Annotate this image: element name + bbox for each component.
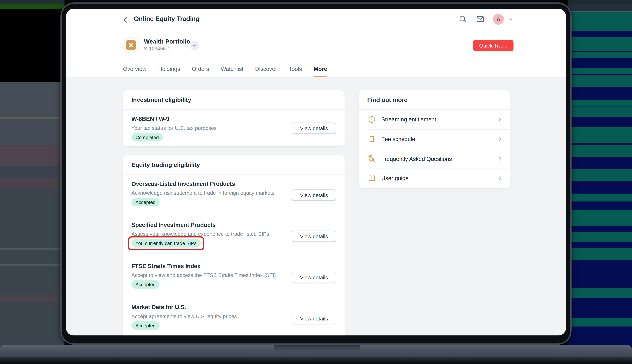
row-title: Overseas-Listed Investment Products [131,180,235,187]
background-right-app [568,0,632,364]
bank-logo [123,37,139,53]
find-out-more-item-user-guide[interactable]: User guide [359,168,510,188]
find-out-more-item-fee-schedule[interactable]: Fee schedule [359,129,510,149]
row-title: W-8BEN / W-9 [131,116,169,122]
chevron-right-icon [496,116,504,123]
search-icon[interactable] [458,14,468,24]
card-title: Equity trading eligibility [123,155,345,174]
tab-overview[interactable]: Overview [123,61,146,76]
chevron-right-icon [496,175,504,182]
view-details-button[interactable]: View details [292,190,336,201]
item-label: Frequently Asked Questions [381,156,452,162]
status-badge: Accepted [131,280,160,289]
page-content: Investment eligibility W-8BEN / W-9 Your… [66,77,566,336]
tab-orders[interactable]: Orders [192,61,209,76]
row-description: Accept agreements to view U.S. equity pr… [131,313,237,319]
clock-icon [368,115,376,124]
back-chevron-icon [122,16,130,24]
row-description: Assess your knowledge and experience to … [131,231,269,237]
panel-title: Find out more [359,90,510,110]
row-title: Specified Investment Products [131,222,216,228]
laptop-base-notch [274,344,360,352]
status-badge: Completed [131,133,163,142]
eligibility-row-us-market-data: Market Data for U.S. Accept agreements t… [123,298,345,336]
view-details-button[interactable]: View details [292,272,336,283]
portfolio-row: Wealth Portfolio S-123456-1 Quick Trade [123,37,514,55]
investment-eligibility-card: Investment eligibility W-8BEN / W-9 Your… [123,90,345,146]
portfolio-name: Wealth Portfolio [144,38,190,45]
row-description: Acknowledge risk statement to trade in f… [131,190,274,196]
tab-watchlist[interactable]: Watchlist [221,61,243,76]
eligibility-row-w8ben: W-8BEN / W-9 Your tax status for U.S. ta… [123,110,345,146]
laptop-base-edge [0,357,632,364]
back-button[interactable] [122,16,130,24]
fee-schedule-icon [368,135,376,144]
view-details-button[interactable]: View details [292,230,336,242]
item-label: User guide [381,175,408,182]
quick-trade-button[interactable]: Quick Trade [473,40,514,51]
card-title: Investment eligibility [123,90,345,110]
view-details-button[interactable]: View details [292,313,336,324]
mail-icon[interactable] [476,14,485,24]
row-title: Market Data for U.S. [131,304,186,310]
portfolio-dropdown-button[interactable] [190,41,199,50]
page-title: Online Equity Trading [134,15,200,22]
tab-bar: Overview Holdings Orders Watchlist Disco… [123,61,327,76]
chevron-right-icon [496,155,504,162]
row-title: FTSE Straits Times Index [131,263,200,269]
find-out-more-item-faq[interactable]: Frequently Asked Questions [359,149,510,168]
bank-logo-mark [126,40,136,50]
eligibility-row-overseas: Overseas-Listed Investment Products Ackn… [123,174,345,216]
faq-icon [368,154,376,163]
find-out-more-panel: Find out more Streaming entitlement [359,90,510,188]
row-description: Your tax status for U.S. tax purposes [131,125,216,131]
background-left-app [0,0,64,364]
chevron-down-icon [192,43,197,48]
avatar-chevron-down-icon[interactable] [508,16,514,22]
tab-holdings[interactable]: Holdings [158,61,180,76]
view-details-button[interactable]: View details [292,122,336,134]
tab-discover[interactable]: Discover [255,61,277,76]
eligibility-row-ftse: FTSE Straits Times Index Accept to view … [123,257,345,298]
status-badge: Accepted [131,198,160,206]
status-badge: Accepted [131,321,160,330]
tab-more[interactable]: More [314,61,327,76]
equity-trading-eligibility-card: Equity trading eligibility Overseas-List… [123,155,345,335]
item-label: Fee schedule [381,136,415,142]
tab-tools[interactable]: Tools [289,61,302,76]
eligibility-row-sip: Specified Investment Products Assess you… [123,216,345,257]
avatar[interactable]: A [493,14,504,24]
status-badge-sip: You currently can trade SIPs [131,239,200,248]
row-description: Accept to view and access the FTSE Strai… [131,272,276,278]
find-out-more-item-streaming-entitlement[interactable]: Streaming entitlement [359,110,510,129]
portfolio-account-number: S-123456-1 [144,46,170,52]
chevron-right-icon [496,136,504,143]
item-label: Streaming entitlement [381,116,436,123]
user-guide-icon [368,174,376,183]
app-header: Online Equity Trading A [66,9,566,30]
laptop-base [0,344,632,357]
desktop-stage: Online Equity Trading A [0,0,632,364]
app-window: Online Equity Trading A [66,9,566,335]
